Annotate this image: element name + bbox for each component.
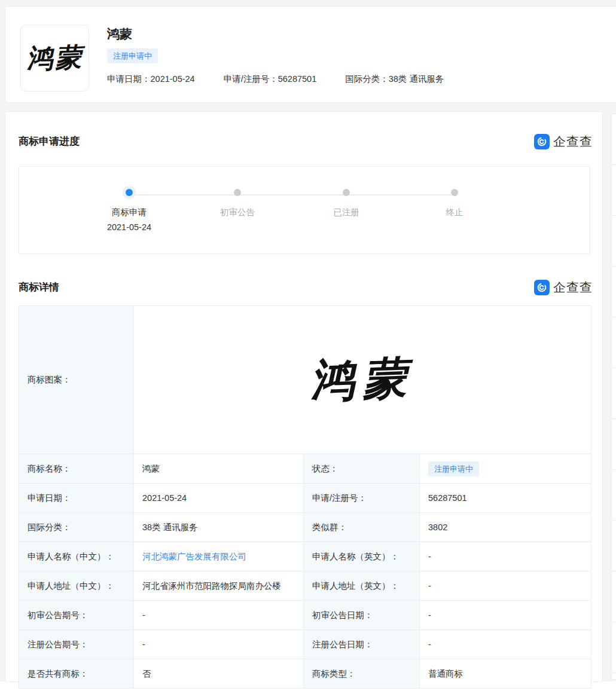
table-value: 56287501 [420, 484, 591, 512]
trademark-image-text: 鸿蒙 [309, 348, 416, 411]
table-value: 鸿蒙 [134, 454, 304, 483]
timeline-dot [451, 189, 458, 196]
table-value: - [420, 571, 591, 600]
timeline-dot [126, 189, 133, 196]
trademark-logo-image: 鸿蒙 [20, 25, 89, 91]
timeline-step-date: 2021-05-24 [78, 222, 180, 232]
table-label: 申请人地址（英文）： [304, 571, 420, 600]
table-value: 注册申请中 [420, 454, 591, 483]
table-value: 3802 [420, 513, 591, 542]
table-row: 国际分类：38类 通讯服务类似群：3802 [19, 513, 591, 542]
table-value: 2021-05-24 [134, 484, 304, 512]
table-row: 申请人地址（中文）：河北省涿州市范阳路物探局南办公楼申请人地址（英文）：- [19, 571, 591, 601]
table-value: 38类 通讯服务 [134, 513, 304, 542]
table-label: 状态： [304, 454, 420, 483]
trademark-logo-text: 鸿蒙 [25, 39, 84, 77]
table-label: 商标类型： [304, 659, 420, 688]
timeline-step-2: 初审公告 [187, 187, 288, 218]
table-value: 河北省涿州市范阳路物探局南办公楼 [134, 571, 304, 600]
table-label: 商标名称： [19, 454, 134, 483]
table-label: 申请人名称（中文）： [19, 542, 134, 571]
table-row: 注册公告期号：-注册公告日期：- [19, 630, 591, 659]
timeline-step-label: 已注册 [295, 207, 397, 218]
applicant-company-link[interactable]: 河北鸿蒙广告发展有限公司 [142, 551, 246, 563]
summary-field-intl-class: 国际分类：38类 通讯服务 [345, 74, 444, 85]
status-badge: 注册申请中 [107, 48, 158, 63]
table-value: 普通商标 [420, 659, 591, 688]
qichacha-brand-text: 企查查 [553, 133, 593, 150]
table-label: 申请/注册号： [304, 484, 420, 512]
timeline-step-3: 已注册 [295, 187, 397, 218]
timeline-step-label: 商标申请 [78, 207, 180, 218]
progress-section-title: 商标申请进度 [19, 134, 80, 148]
progress-timeline: 商标申请2021-05-24初审公告已注册终止 [19, 166, 590, 254]
table-label: 是否共有商标： [19, 659, 134, 688]
detail-table: 商标图案： 鸿蒙 商标名称：鸿蒙状态：注册申请中申请日期：2021-05-24申… [19, 305, 591, 689]
table-row: 是否共有商标：否商标类型：普通商标 [19, 659, 591, 688]
table-row: 初审公告期号：-初审公告日期：- [19, 601, 591, 630]
table-value: - [134, 601, 304, 629]
qichacha-brand-link-2[interactable]: 企查查 [534, 279, 593, 296]
summary-field-reg-number: 申请/注册号：56287501 [224, 74, 317, 85]
table-value: - [420, 630, 591, 659]
table-label: 初审公告期号： [19, 601, 134, 629]
trademark-title: 鸿蒙 [107, 26, 132, 42]
timeline-dot [234, 189, 241, 196]
table-label: 申请人名称（英文）： [304, 542, 420, 571]
table-value: - [420, 601, 591, 629]
qichacha-logo-icon [534, 134, 550, 149]
qichacha-brand-link[interactable]: 企查查 [534, 133, 593, 150]
timeline-step-label: 初审公告 [187, 207, 288, 218]
table-label: 注册公告日期： [304, 630, 420, 659]
table-row: 申请日期：2021-05-24申请/注册号：56287501 [19, 484, 591, 513]
table-label: 国际分类： [19, 513, 134, 542]
table-label: 初审公告日期： [304, 601, 420, 629]
table-value: 河北鸿蒙广告发展有限公司 [134, 542, 304, 571]
timeline-dot [343, 189, 350, 196]
timeline-step-label: 终止 [404, 207, 505, 218]
qichacha-logo-icon [534, 280, 550, 295]
timeline-step-1: 商标申请2021-05-24 [78, 187, 180, 232]
trademark-main-card: 商标申请进度 企查查 商标申请2021-05-24初审公告已注册终止 商标详情 … [5, 111, 603, 682]
adjacent-panel-sliver [611, 114, 616, 680]
image-row-label: 商标图案： [19, 306, 134, 454]
timeline-step-4: 终止 [404, 187, 505, 218]
table-label: 注册公告期号： [19, 630, 134, 659]
table-label: 申请日期： [19, 484, 134, 512]
summary-fields: 申请日期：2021-05-24 申请/注册号：56287501 国际分类：38类… [107, 74, 444, 85]
trademark-summary-card: 鸿蒙 鸿蒙 注册申请中 申请日期：2021-05-24 申请/注册号：56287… [5, 6, 616, 103]
trademark-image-cell: 鸿蒙 [134, 306, 591, 454]
qichacha-brand-text: 企查查 [553, 279, 593, 296]
detail-section-title: 商标详情 [19, 280, 59, 294]
table-value: - [420, 542, 591, 571]
summary-field-apply-date: 申请日期：2021-05-24 [107, 74, 195, 85]
table-label: 申请人地址（中文）： [19, 571, 134, 600]
status-badge: 注册申请中 [428, 461, 479, 476]
table-row-image: 商标图案： 鸿蒙 [19, 306, 591, 454]
table-row: 申请人名称（中文）：河北鸿蒙广告发展有限公司申请人名称（英文）：- [19, 542, 591, 571]
table-value: - [134, 630, 304, 659]
table-value: 否 [134, 659, 304, 688]
table-label: 类似群： [304, 513, 420, 542]
table-row: 商标名称：鸿蒙状态：注册申请中 [19, 454, 591, 484]
